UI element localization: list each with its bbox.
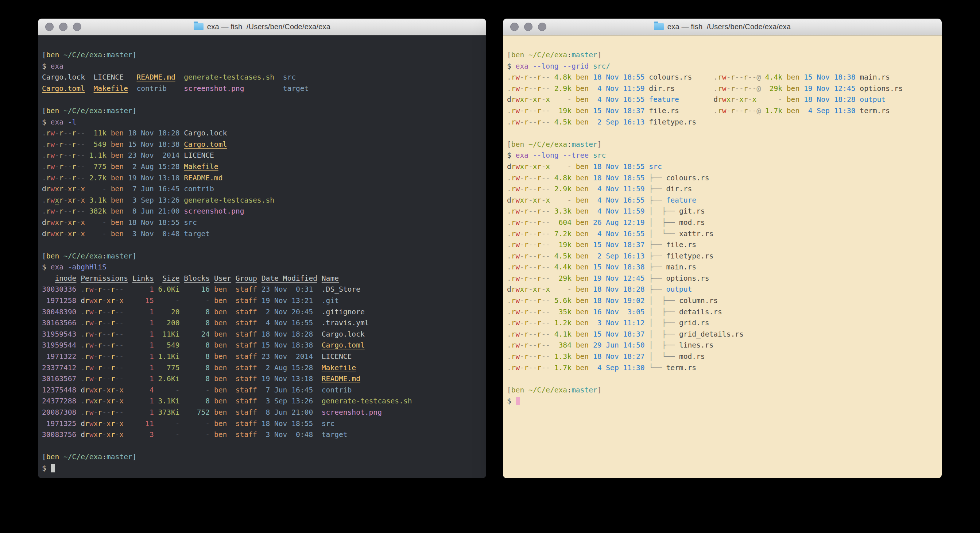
terminal-text-segment: -- [541,207,550,215]
terminal-line: 31959544 .rw-r--r-- 1 549 8 ben staff 15… [42,340,482,351]
terminal-text-segment: w [516,73,520,81]
terminal-text-segment: - [76,218,81,227]
terminal-text-segment: w [516,241,520,249]
terminal-line: 24377288 .rwxr-xr-x 1 3.1Ki 8 ben staff … [42,396,482,407]
terminal-text-segment: - [541,196,546,204]
terminal-text-segment: src [649,163,662,171]
terminal-text-segment: 7 Jun 16:45 [124,185,180,193]
terminal-text-segment: r [511,207,516,215]
terminal-text-segment: - [748,95,752,104]
terminal-text-segment: - [520,174,524,182]
terminal-text-segment: Cargo.toml [322,341,365,349]
terminal-text-segment: Blocks [184,274,210,282]
terminal-text-segment: . [507,73,511,81]
terminal-text-segment: 1.1Ki [158,352,180,361]
terminal-text-segment: r [111,297,115,305]
terminal-line [42,94,482,105]
terminal-text-segment: 19 Nov 13:18 [124,174,180,182]
terminal-text-segment: ben [107,151,124,160]
terminal-line: .rw-r--r-- 35k ben 16 Nov 3:05 │ ├── det… [507,306,938,318]
terminal-text-segment: -- [76,151,85,160]
terminal-screen[interactable]: [ben ~/C/e/exa:master]$ exa --long --gri… [503,35,942,478]
terminal-text-segment [645,341,649,349]
terminal-line: $ exa [42,61,482,72]
terminal-text-segment: w [516,274,520,282]
terminal-text-segment: -- [102,364,111,372]
terminal-text-segment: 5.6k [550,297,571,305]
terminal-text-segment: r [72,230,76,238]
terminal-text-segment: r [524,330,528,338]
terminal-text-segment: : [102,252,107,260]
terminal-text-segment: - [94,341,98,349]
terminal-text-segment: 3.1k [85,196,107,204]
terminal-text-segment: d [42,230,46,238]
terminal-text-segment: 29 Jun 14:50 [589,341,644,349]
terminal-text-segment: r [85,420,89,428]
terminal-text-segment: ben [107,174,124,182]
terminal-text-segment [227,330,235,338]
terminal-screen[interactable]: [ben ~/C/e/exa:master]$ exaCargo.lock LI… [38,35,486,478]
terminal-text-segment: -- [115,352,124,361]
terminal-text-segment: 15 Nov 18:37 [589,107,644,115]
title-bar[interactable]: exa — fish /Users/ben/Code/exa/exa [38,19,486,35]
terminal-text-segment: 15 Nov 18:38 [261,341,313,349]
terminal-text-segment: 8 [184,319,210,327]
terminal-text-segment: r [85,408,89,417]
folder-icon[interactable] [194,23,204,30]
terminal-text-segment: r [524,297,528,305]
terminal-text-segment: r [46,163,51,171]
terminal-text-segment: r [524,263,528,271]
terminal-text-segment: exa [51,62,64,70]
terminal-text-segment: w [51,163,55,171]
terminal-text-segment: $ [507,397,516,405]
terminal-text-segment: 18 Nov 18:28 [124,129,180,137]
terminal-text-segment: 200 [158,319,180,327]
terminal-text-segment: 1 [132,308,154,316]
terminal-text-segment: --long --tree [533,151,589,160]
terminal-text-segment: . [81,397,85,405]
terminal-text-segment: Links [132,274,154,282]
terminal-text-segment: w [516,285,520,294]
terminal-text-segment: r [46,230,51,238]
terminal-text-segment: contrib [137,85,167,93]
terminal-line: .rw-r--r-- 1.3k ben 18 Nov 18:27 │ └── m… [507,351,938,362]
terminal-text-segment [180,341,184,349]
terminal-text-segment: - [94,319,98,327]
terminal-text-segment [76,364,81,372]
terminal-text-segment: ben [571,241,589,249]
terminal-text-segment: 3 Nov 11:12 [589,319,644,327]
folder-icon[interactable] [654,23,664,30]
terminal-text-segment: 1 [132,397,154,405]
terminal-text-segment: r [85,364,89,372]
terminal-text-segment: column.rs [679,297,718,305]
terminal-text-segment: - [158,420,180,428]
terminal-text-segment: ben [571,341,589,349]
terminal-text-segment: 15 Nov 18:38 [124,140,180,148]
terminal-text-segment: r [537,95,542,104]
terminal-text-segment: mod.rs [679,352,705,361]
terminal-text-segment: - [55,174,59,182]
terminal-text-segment: ben [571,218,589,227]
terminal-text-segment: r [98,297,102,305]
terminal-text-segment: 24 [184,330,210,338]
terminal-text-segment [124,330,132,338]
terminal-text-segment: . [507,85,511,93]
title-bar[interactable]: exa — fish /Users/ben/Code/exa/exa [503,19,942,35]
terminal-line: .rw-r--r-- 29k ben 19 Nov 12:45 ├── opti… [507,273,938,284]
terminal-text-segment: r [524,308,528,316]
terminal-line: .rwxr-xr-x 3.1k ben 3 Sep 13:26 generate… [42,195,482,206]
terminal-text-segment: ├── [649,241,666,249]
terminal-text-segment: src [184,218,197,227]
terminal-text-segment: ben [511,51,524,59]
terminal-text-segment: src [593,151,606,160]
terminal-text-segment [59,453,64,461]
terminal-text-segment: r [511,174,516,182]
terminal-text-segment: 15 Nov 18:38 [799,73,855,81]
terminal-window-dark: exa — fish /Users/ben/Code/exa/exa [ben … [38,19,486,478]
terminal-text-segment [257,386,261,394]
terminal-text-segment [76,308,81,316]
terminal-text-segment: 3.1Ki [158,397,180,405]
terminal-text-segment [210,352,214,361]
terminal-text-segment: │ ├── [649,207,679,215]
terminal-text-segment: w [89,285,94,294]
